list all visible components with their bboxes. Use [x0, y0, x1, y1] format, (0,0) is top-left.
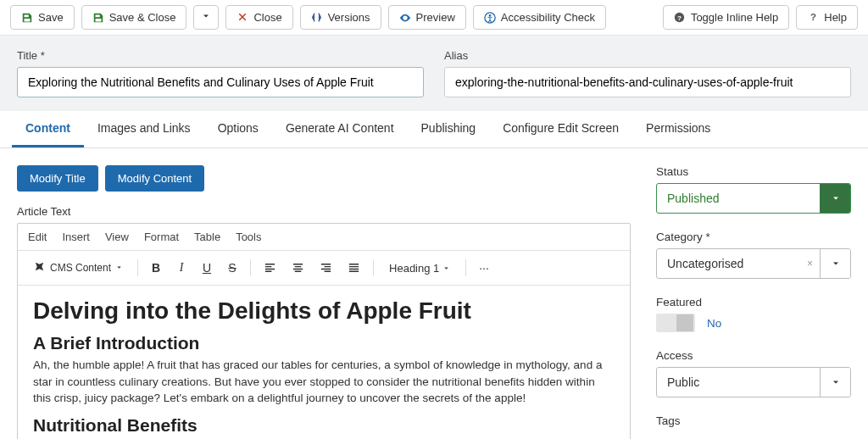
accessibility-label: Accessibility Check — [501, 11, 595, 24]
eye-icon — [399, 12, 411, 24]
editor-area: Modify Title Modify Content Article Text… — [17, 165, 631, 439]
align-center-button[interactable] — [287, 258, 309, 278]
article-h2b: Nutritional Benefits — [33, 415, 615, 436]
versions-button[interactable]: Versions — [300, 5, 381, 30]
featured-toggle[interactable] — [656, 314, 695, 332]
menu-insert[interactable]: Insert — [62, 231, 90, 243]
tab-configure[interactable]: Configure Edit Screen — [489, 111, 632, 147]
cms-label: CMS Content — [50, 262, 111, 274]
status-label: Status — [656, 165, 851, 178]
tab-permissions[interactable]: Permissions — [632, 111, 724, 147]
access-select[interactable]: Public — [656, 367, 851, 397]
alias-input[interactable] — [444, 67, 851, 97]
alias-label: Alias — [444, 49, 851, 62]
tab-images[interactable]: Images and Links — [84, 111, 204, 147]
editor-toolbar: CMS Content B I U S Heading 1 — [18, 251, 630, 286]
main-area: Modify Title Modify Content Article Text… — [0, 148, 868, 439]
sidebar: Status Published Category * Uncategorise… — [656, 165, 851, 439]
svg-text:?: ? — [677, 14, 682, 21]
category-select[interactable]: Uncategorised × — [656, 248, 851, 279]
align-justify-button[interactable] — [342, 258, 365, 278]
question-icon: ? — [674, 12, 686, 24]
save-button[interactable]: Save — [10, 5, 75, 30]
save-close-button[interactable]: Save & Close — [81, 5, 187, 30]
versions-icon — [311, 12, 323, 24]
access-field: Access Public — [656, 349, 851, 397]
chevron-down-icon[interactable] — [820, 184, 850, 213]
menu-edit[interactable]: Edit — [28, 231, 47, 243]
save-close-label: Save & Close — [109, 11, 176, 24]
editor-menubar: Edit Insert View Format Table Tools — [18, 224, 630, 251]
modify-title-button[interactable]: Modify Title — [17, 165, 98, 192]
save-label: Save — [38, 11, 64, 24]
chevron-down-icon — [201, 11, 211, 24]
strikethrough-button[interactable]: S — [222, 258, 242, 278]
category-label: Category * — [656, 231, 851, 243]
close-icon — [236, 12, 248, 24]
article-p1: Ah, the humble apple! A fruit that has g… — [33, 357, 615, 407]
help-button[interactable]: ? Help — [796, 5, 858, 30]
featured-label: Featured — [656, 296, 851, 308]
title-field: Title * — [17, 49, 424, 97]
title-area: Title * Alias — [0, 36, 868, 111]
article-h2a: A Brief Introduction — [33, 333, 615, 353]
editor-content[interactable]: Delving into the Delights of Apple Fruit… — [18, 286, 630, 439]
save-icon — [21, 12, 33, 24]
preview-button[interactable]: Preview — [388, 5, 466, 30]
heading-label: Heading 1 — [389, 262, 439, 275]
tab-options[interactable]: Options — [204, 111, 272, 147]
svg-point-1 — [488, 14, 491, 17]
menu-table[interactable]: Table — [194, 231, 220, 243]
menu-format[interactable]: Format — [144, 231, 179, 243]
cms-icon — [33, 260, 46, 275]
help-label: Help — [824, 11, 847, 24]
versions-label: Versions — [328, 11, 370, 24]
svg-text:?: ? — [810, 12, 816, 22]
modify-content-button[interactable]: Modify Content — [105, 165, 204, 192]
cms-content-dropdown[interactable]: CMS Content — [26, 257, 130, 279]
clear-icon[interactable]: × — [800, 249, 820, 278]
chevron-down-icon[interactable] — [820, 368, 850, 397]
alias-field: Alias — [444, 49, 851, 97]
featured-field: Featured No — [656, 296, 851, 332]
heading-dropdown[interactable]: Heading 1 — [381, 258, 458, 279]
underline-button[interactable]: U — [197, 258, 217, 278]
access-value: Public — [657, 368, 820, 397]
main-toolbar: Save Save & Close Close Versions Preview… — [0, 0, 868, 36]
featured-value: No — [707, 317, 721, 330]
save-dropdown-button[interactable] — [193, 5, 219, 30]
title-label: Title * — [17, 49, 424, 62]
accessibility-button[interactable]: Accessibility Check — [473, 5, 606, 30]
close-label: Close — [253, 11, 281, 24]
access-label: Access — [656, 349, 851, 362]
title-input[interactable] — [17, 67, 424, 97]
accessibility-icon — [484, 12, 496, 24]
chevron-down-icon[interactable] — [820, 249, 850, 278]
chevron-down-icon — [115, 262, 123, 274]
tab-publishing[interactable]: Publishing — [408, 111, 490, 147]
bold-button[interactable]: B — [146, 258, 166, 278]
status-value: Published — [657, 184, 820, 213]
menu-tools[interactable]: Tools — [236, 231, 261, 243]
tags-label: Tags — [656, 414, 851, 427]
menu-view[interactable]: View — [105, 231, 129, 243]
tab-ai[interactable]: Generate AI Content — [272, 111, 408, 147]
toggle-help-button[interactable]: ? Toggle Inline Help — [663, 5, 789, 30]
category-field: Category * Uncategorised × — [656, 231, 851, 279]
editor-box: Edit Insert View Format Table Tools CMS … — [17, 223, 631, 439]
article-h1: Delving into the Delights of Apple Fruit — [33, 297, 615, 325]
status-field: Status Published — [656, 165, 851, 214]
chevron-down-icon — [442, 262, 450, 275]
more-button[interactable]: ··· — [474, 258, 494, 278]
save-icon — [92, 12, 104, 24]
tabs: Content Images and Links Options Generat… — [0, 111, 868, 148]
tab-content[interactable]: Content — [12, 111, 84, 147]
status-select[interactable]: Published — [656, 183, 851, 214]
article-text-label: Article Text — [17, 205, 631, 218]
align-right-button[interactable] — [314, 258, 337, 278]
question-icon: ? — [807, 12, 819, 24]
close-button[interactable]: Close — [225, 5, 292, 30]
align-left-button[interactable] — [259, 258, 281, 278]
toggle-help-label: Toggle Inline Help — [691, 11, 778, 24]
italic-button[interactable]: I — [171, 258, 192, 278]
